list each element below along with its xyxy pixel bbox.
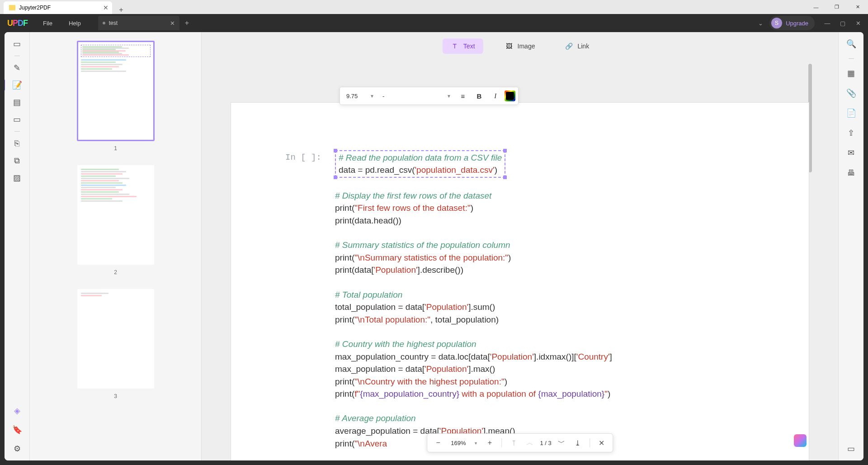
app-logo[interactable]: UPDF xyxy=(7,19,28,28)
avatar: S xyxy=(771,18,782,28)
left-toolbar: ▭ ✎ 📝 ▤ ▭ ⎘ ⧉ ▨ ◈ 🔖 ⚙ xyxy=(5,32,30,460)
minimize-button[interactable]: — xyxy=(806,0,826,14)
image-icon: 🖼 xyxy=(505,42,513,50)
upgrade-label: Upgrade xyxy=(786,20,808,27)
os-tab-title: Jupyter2PDF xyxy=(19,5,51,11)
total-pages: 3 xyxy=(548,440,552,446)
chevron-down-icon[interactable]: ▾ xyxy=(472,441,480,446)
add-tab-button[interactable]: + xyxy=(114,6,128,14)
menu-file[interactable]: File xyxy=(35,20,61,27)
document-viewport[interactable]: T Text 🖼 Image 🔗 Link ▼ xyxy=(202,32,838,460)
italic-button[interactable]: I xyxy=(488,89,503,103)
export-icon[interactable]: 📄 xyxy=(846,108,857,119)
view-mode-icon[interactable]: ▭ xyxy=(846,443,857,454)
os-tab[interactable]: Jupyter2PDF ✕ xyxy=(4,1,112,14)
thumbnail-number: 2 xyxy=(114,269,117,275)
code-content[interactable]: # Read the population data from a CSV fi… xyxy=(335,150,773,450)
form-icon[interactable]: ▭ xyxy=(12,114,23,125)
app-maximize-button[interactable]: ▢ xyxy=(836,17,849,29)
close-icon[interactable]: ✕ xyxy=(103,4,108,11)
highlight-icon[interactable]: ✎ xyxy=(12,62,23,73)
document-tab[interactable]: test ✕ xyxy=(98,16,179,30)
mode-link-button[interactable]: 🔗 Link xyxy=(557,38,597,54)
selected-text-box[interactable]: # Read the population data from a CSV fi… xyxy=(335,150,505,178)
mode-image-button[interactable]: 🖼 Image xyxy=(497,38,543,54)
mode-label: Link xyxy=(577,43,589,50)
edit-icon[interactable]: 📝 xyxy=(12,80,23,90)
font-size-input[interactable] xyxy=(343,91,365,101)
os-tab-bar: Jupyter2PDF ✕ + — ❐ ✕ xyxy=(0,0,868,14)
copy-icon[interactable]: ⎘ xyxy=(12,138,23,149)
print-icon[interactable]: 🖶 xyxy=(846,167,857,178)
reader-icon[interactable]: ▭ xyxy=(12,38,23,49)
ai-assistant-icon[interactable] xyxy=(794,434,807,447)
pdf-page[interactable]: ▼ ▼ ≡ B I ▾ In [ ]: # Read the populatio… xyxy=(231,102,809,460)
upgrade-button[interactable]: S Upgrade xyxy=(769,16,815,30)
color-picker-button[interactable]: ▾ xyxy=(505,90,515,101)
menu-help[interactable]: Help xyxy=(61,20,89,27)
bookmark-icon[interactable]: 🔖 xyxy=(12,424,23,435)
redact-icon[interactable]: ▨ xyxy=(12,172,23,183)
chevron-down-icon[interactable]: ▼ xyxy=(444,94,454,99)
settings-icon[interactable]: ⚙ xyxy=(12,443,23,454)
app-close-button[interactable]: ✕ xyxy=(852,17,864,29)
mode-label: Text xyxy=(463,43,475,50)
chevron-down-icon[interactable]: ▼ xyxy=(367,94,377,99)
align-button[interactable]: ≡ xyxy=(456,89,470,103)
link-icon: 🔗 xyxy=(565,42,573,50)
cell-label: In [ ]: xyxy=(285,152,321,162)
thumbnail-number: 3 xyxy=(114,393,117,399)
right-toolbar: 🔍 ▦ 📎 📄 ⇪ ✉ 🖶 ▭ xyxy=(838,32,863,460)
page-navigation-bar: − 169% ▾ + ⤒ ︿ 1 / 3 ﹀ ⤓ ✕ xyxy=(427,433,613,452)
chevron-down-icon[interactable]: ⌄ xyxy=(758,20,763,27)
mail-icon[interactable]: ✉ xyxy=(846,147,857,158)
attachment-icon[interactable]: 📎 xyxy=(846,88,857,99)
layers-icon[interactable]: ◈ xyxy=(12,405,23,416)
page-thumbnail-3[interactable] xyxy=(77,289,154,389)
page-thumbnail-2[interactable] xyxy=(77,165,154,265)
page-thumbnail-1[interactable] xyxy=(77,41,154,141)
zoom-level[interactable]: 169% xyxy=(448,440,468,446)
mode-label: Image xyxy=(518,43,535,50)
last-page-button[interactable]: ⤓ xyxy=(571,437,584,449)
document-tab-title: test xyxy=(109,20,118,26)
prev-page-button[interactable]: ︿ xyxy=(524,437,536,449)
text-format-toolbar: ▼ ▼ ≡ B I ▾ xyxy=(340,87,519,105)
zoom-out-button[interactable]: − xyxy=(432,437,444,449)
close-nav-button[interactable]: ✕ xyxy=(595,437,608,449)
mode-text-button[interactable]: T Text xyxy=(443,38,483,54)
edit-mode-bar: T Text 🖼 Image 🔗 Link xyxy=(443,38,597,54)
add-document-tab[interactable]: + xyxy=(185,19,189,27)
app-minimize-button[interactable]: — xyxy=(821,17,834,29)
crop-icon[interactable]: ⧉ xyxy=(12,155,23,166)
folder-icon xyxy=(9,5,15,10)
pages-icon[interactable]: ▤ xyxy=(12,97,23,108)
close-icon[interactable]: ✕ xyxy=(170,20,175,27)
next-page-button[interactable]: ﹀ xyxy=(555,437,568,449)
first-page-button[interactable]: ⤒ xyxy=(507,437,520,449)
bold-button[interactable]: B xyxy=(472,89,486,103)
current-page[interactable]: 1 xyxy=(540,440,543,446)
close-window-button[interactable]: ✕ xyxy=(847,0,868,14)
font-family-input[interactable] xyxy=(379,91,442,101)
text-icon: T xyxy=(451,42,459,50)
unsaved-dot-icon xyxy=(103,22,105,24)
thumbnail-number: 1 xyxy=(114,145,117,152)
share-icon[interactable]: ⇪ xyxy=(846,128,857,138)
chevron-down-icon: ▾ xyxy=(512,97,514,101)
maximize-button[interactable]: ❐ xyxy=(826,0,847,14)
ocr-icon[interactable]: ▦ xyxy=(846,68,857,79)
app-title-bar: UPDF File Help test ✕ + ⌄ S Upgrade — ▢ … xyxy=(0,14,868,32)
zoom-in-button[interactable]: + xyxy=(483,437,496,449)
thumbnail-panel: 1 2 3 xyxy=(30,32,202,460)
search-icon[interactable]: 🔍 xyxy=(846,38,857,49)
